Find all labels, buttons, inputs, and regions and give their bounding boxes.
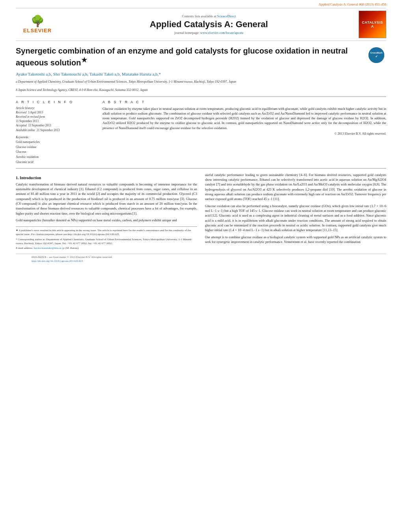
keywords-list: Gold nanoparticles Glucose oxidase Gluco… [16,140,95,165]
intro-paragraph-2: Gold nanoparticles (hereafter denoted as… [16,218,197,222]
available-label: Available online [16,128,35,132]
abstract-header: A B S T R A C T [102,100,386,104]
keywords-label: Keywords: [16,135,95,139]
journal-title: Applied Catalysis A: General [59,19,359,30]
received-date: 3 April 2013 [28,110,43,115]
available-row: Available online 21 September 2013 [16,128,95,132]
received-label: Received [16,110,26,115]
footnote-asterisk: * Corresponding author at: Department of… [16,238,197,246]
article-dates: Received 3 April 2013 Received in revise… [16,110,95,132]
article-info-column: A R T I C L E I N F O Article history: R… [16,100,95,165]
doi-link[interactable]: http://dx.doi.org/10.1016/j.apcata.2013.… [32,260,83,263]
svg-text:CrossMark: CrossMark [370,52,383,54]
sciencedirect-line: Contents lists available at ScienceDirec… [59,14,359,18]
keyword-5: Gluconic acid [16,160,95,165]
bottom-doi: http://dx.doi.org/10.1016/j.apcata.2013.… [32,260,370,263]
body-left-column: 1. Introduction Catalytic transformation… [16,172,197,252]
intro-paragraph-1: Catalytic transformation of biomass deri… [16,182,197,216]
section-divider-2 [16,168,386,169]
accepted-date: 13 September 2013 [28,123,51,128]
abstract-copyright: © 2013 Elsevier B.V. All rights reserved… [102,132,386,135]
keyword-4: Aerobic oxidation [16,155,95,160]
keyword-1: Gold nanoparticles [16,140,95,145]
journal-reference: Applied Catalysis A: General 468 (2013) … [16,2,386,6]
article-info-header: A R T I C L E I N F O [16,100,95,104]
elsevier-logo: 🌳 ELSEVIER [16,16,59,33]
body-right-column: useful catalytic performance leading to … [205,172,386,252]
abstract-column: A B S T R A C T Glucose oxidation by enz… [102,100,386,165]
received-row: Received 3 April 2013 [16,110,95,115]
crossmark-badge: CrossMark ✓ [368,47,386,65]
abstract-text: Glucose oxidation by enzyme takes place … [102,106,386,131]
section-1-title: 1. Introduction [16,176,197,180]
right-paragraph-2: Glucose oxidation can also be performed … [205,204,386,233]
article-history-label: Article history: [16,106,95,110]
right-paragraph-3: Our attempt is to combine glucose oxidas… [205,235,386,245]
sciencedirect-link[interactable]: ScienceDirect [217,14,236,18]
footnote-email: E-mail address: haruta-masatake@tmu.ac.j… [16,247,197,250]
received-revised-row: Received in revised form [16,115,95,119]
article-content: Synergetic combination of an enzyme and … [0,41,402,273]
accepted-row: Accepted 13 September 2013 [16,123,95,128]
accepted-label: Accepted [16,123,26,128]
section-divider-1 [16,96,386,97]
article-title-block: Synergetic combination of an enzyme and … [16,46,386,68]
homepage-link[interactable]: www.elsevier.com/locate/apcata [200,31,243,35]
bottom-issn: 0926-860X/$ – see front matter © 2013 El… [32,256,370,260]
footnote-star: ★ A publisher's error resulted in this a… [16,229,197,237]
received-revised-label: Received in revised form [16,115,45,119]
footnotes-section: ★ A publisher's error resulted in this a… [16,226,197,250]
keyword-2: Glucose oxidase [16,145,95,150]
bottom-bar: 0926-860X/$ – see front matter © 2013 El… [16,254,386,265]
keyword-3: Glucose [16,150,95,155]
affiliation-a: a Department of Applied Chemistry, Gradu… [16,80,386,84]
received-revised-date: 11 September 2013 [16,119,39,123]
svg-text:✓: ✓ [375,55,378,58]
available-date: 21 September 2013 [37,128,60,132]
top-banner: Applied Catalysis A: General 468 (2013) … [0,0,402,41]
homepage-line: journal homepage: www.elsevier.com/locat… [59,31,359,35]
journal-header: 🌳 ELSEVIER Contents lists available at S… [16,8,386,41]
body-content: 1. Introduction Catalytic transformation… [16,172,386,252]
affiliation-b: b Japan Science and Technology Agency, C… [16,88,386,92]
article-title-text: Synergetic combination of an enzyme and … [16,46,368,68]
journal-header-center: Contents lists available at ScienceDirec… [59,14,359,35]
catalysis-logo: CATALYSISA [359,11,386,38]
received-revised-date-row: 11 September 2013 [16,119,95,123]
elsevier-tree-icon: 🌳 [31,16,45,27]
authors-line: Ayako Taketoshi a,b, Sho Takenouchi a,b,… [16,71,386,78]
elsevier-brand: ELSEVIER [23,28,52,33]
info-abstract-section: A R T I C L E I N F O Article history: R… [16,100,386,165]
right-paragraph-1: useful catalytic performance leading to … [205,172,386,202]
footnote-email-link[interactable]: haruta-masatake@tmu.ac.jp [34,247,65,250]
